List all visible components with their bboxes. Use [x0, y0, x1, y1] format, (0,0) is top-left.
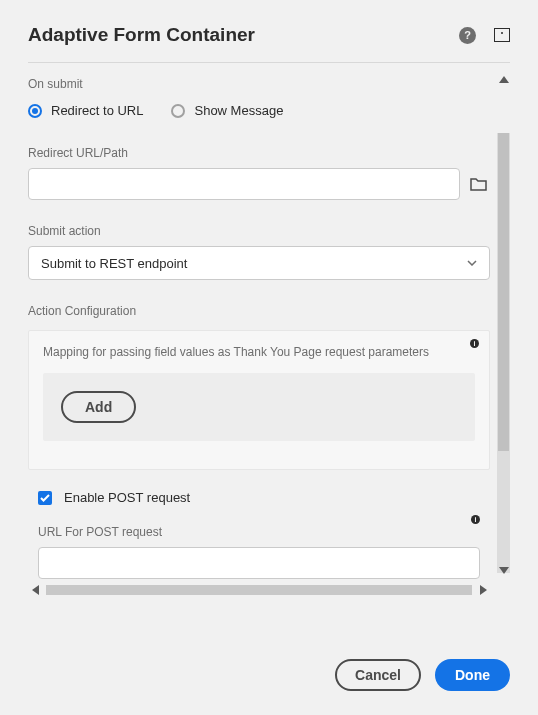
scroll-left-button[interactable]: [28, 585, 42, 595]
redirect-url-input[interactable]: [28, 168, 460, 200]
select-value: Submit to REST endpoint: [41, 256, 187, 271]
radio-label: Redirect to URL: [51, 103, 143, 118]
on-submit-heading: On submit: [28, 77, 490, 91]
submit-action-label: Submit action: [28, 224, 490, 238]
post-url-input[interactable]: [38, 547, 480, 579]
enable-post-label: Enable POST request: [64, 490, 190, 505]
submit-action-select-wrap: Submit to REST endpoint: [28, 246, 490, 280]
enable-post-checkbox-row[interactable]: Enable POST request: [38, 490, 490, 505]
redirect-url-row: [28, 168, 490, 200]
redirect-to-url-radio[interactable]: Redirect to URL: [28, 103, 143, 118]
adaptive-form-container-dialog: Adaptive Form Container ? On submit Redi…: [0, 0, 538, 715]
mapping-inner-box: Add: [43, 373, 475, 441]
action-config-heading: Action Configuration: [28, 304, 490, 318]
fullscreen-icon[interactable]: [494, 28, 510, 42]
vertical-scrollbar[interactable]: [497, 133, 510, 573]
mapping-text: Mapping for passing field values as Than…: [43, 345, 475, 359]
dialog-footer: Cancel Done: [28, 639, 510, 715]
cancel-button-label: Cancel: [355, 667, 401, 683]
cancel-button[interactable]: Cancel: [335, 659, 421, 691]
horizontal-scrollbar: [28, 583, 490, 597]
on-submit-radio-group: Redirect to URL Show Message: [28, 103, 490, 118]
svg-rect-0: [494, 28, 510, 42]
scroll-content: On submit Redirect to URL Show Message R…: [28, 63, 510, 639]
info-icon[interactable]: i: [471, 515, 480, 524]
dialog-title: Adaptive Form Container: [28, 24, 255, 46]
info-icon[interactable]: i: [470, 339, 479, 348]
post-url-block: i URL For POST request: [28, 525, 490, 579]
checkbox-icon: [38, 491, 52, 505]
submit-action-select[interactable]: Submit to REST endpoint: [28, 246, 490, 280]
post-url-label: URL For POST request: [38, 525, 480, 539]
browse-folder-button[interactable]: [466, 168, 490, 200]
scroll-right-button[interactable]: [476, 585, 490, 595]
radio-icon: [171, 104, 185, 118]
done-button[interactable]: Done: [435, 659, 510, 691]
radio-label: Show Message: [194, 103, 283, 118]
help-icon[interactable]: ?: [459, 27, 476, 44]
radio-icon: [28, 104, 42, 118]
show-message-radio[interactable]: Show Message: [171, 103, 283, 118]
dialog-body: On submit Redirect to URL Show Message R…: [28, 63, 510, 639]
dialog-header: Adaptive Form Container ?: [28, 24, 510, 63]
action-config-box: i Mapping for passing field values as Th…: [28, 330, 490, 470]
vertical-scrollbar-thumb[interactable]: [498, 133, 509, 451]
scroll-down-button[interactable]: [497, 564, 510, 577]
horizontal-scrollbar-track[interactable]: [46, 585, 472, 595]
chevron-down-icon: [467, 260, 477, 266]
redirect-url-label: Redirect URL/Path: [28, 146, 490, 160]
done-button-label: Done: [455, 667, 490, 683]
header-icons: ?: [459, 27, 510, 44]
add-button-label: Add: [85, 399, 112, 415]
scroll-up-button[interactable]: [497, 73, 510, 86]
add-button[interactable]: Add: [61, 391, 136, 423]
